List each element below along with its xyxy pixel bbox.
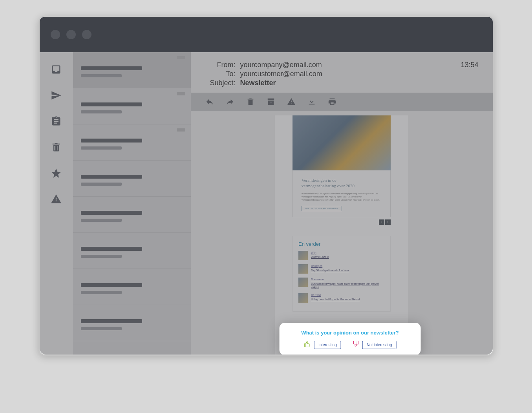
reading-pane: From: yourcompany@email.com To: yourcust… xyxy=(191,52,493,355)
from-label: From: xyxy=(205,61,236,69)
carousel-prev-icon[interactable]: ‹ xyxy=(379,219,384,225)
sidebar-link[interactable]: Duurzaam bewegen- waar actief meemagen d… xyxy=(311,282,385,290)
not-interesting-button[interactable]: Not interesting xyxy=(362,341,396,349)
hero-paragraph: In december kijkt in 3 jaaroverzichten b… xyxy=(302,192,382,202)
list-item[interactable] xyxy=(73,269,191,305)
window-titlebar[interactable] xyxy=(40,17,493,52)
sidebar-category: Bewegen xyxy=(311,264,349,268)
trash-icon[interactable] xyxy=(50,141,62,154)
from-value: yourcompany@email.com xyxy=(240,61,322,69)
list-item[interactable] xyxy=(73,305,191,341)
thumb-image xyxy=(298,293,308,303)
message-header: From: yourcompany@email.com To: yourcust… xyxy=(191,52,493,93)
feedback-question: What is your opinion on our newsletter? xyxy=(288,330,412,336)
item-tag xyxy=(177,92,185,95)
report-spam-icon[interactable] xyxy=(287,97,296,106)
app-window: From: yourcompany@email.com To: yourcust… xyxy=(38,16,494,356)
sidebar-link[interactable]: Warme Lazere xyxy=(311,255,329,259)
feedback-popup: What is your opinion on our newsletter? … xyxy=(280,323,421,355)
hero-cta-button[interactable]: BEKIJK DE VERANDERINGEN xyxy=(302,206,342,211)
to-value: yourcustomer@email.com xyxy=(240,70,322,78)
list-item[interactable] xyxy=(73,52,191,88)
delete-icon[interactable] xyxy=(246,97,255,106)
starred-icon[interactable] xyxy=(50,167,62,179)
download-icon[interactable] xyxy=(307,97,316,106)
sidebar-link[interactable]: Uitleg over het Expedie Garantie Stelsel xyxy=(311,298,360,302)
sidebar-item[interactable]: Bewegen Top 5 best gedierende fondsen xyxy=(298,264,385,274)
sidebar-category: Duurzaam xyxy=(311,278,385,281)
list-item[interactable] xyxy=(73,88,191,124)
feedback-positive-option: Interesting xyxy=(304,340,341,349)
subject-value: Newsletter xyxy=(240,79,276,87)
window-zoom-dot[interactable] xyxy=(82,30,91,39)
reply-icon[interactable] xyxy=(205,97,214,106)
sidebar-category: De Tijop xyxy=(311,293,360,297)
forward-icon[interactable] xyxy=(225,97,235,106)
sidebar-category: Wijn xyxy=(311,251,329,255)
spam-icon[interactable] xyxy=(50,193,62,205)
thumb-image xyxy=(298,264,308,274)
sent-icon[interactable] xyxy=(50,89,62,102)
item-tag xyxy=(177,128,185,132)
window-minimize-dot[interactable] xyxy=(66,30,76,39)
hero-text-block: Veranderingen in de vermogensbelasting o… xyxy=(293,170,391,217)
feedback-negative-option: Not interesting xyxy=(352,340,396,349)
sidebar-title: En verder xyxy=(298,241,385,247)
sidebar-item[interactable]: Wijn Warme Lazere xyxy=(298,251,385,260)
list-item[interactable] xyxy=(73,197,191,233)
list-item[interactable] xyxy=(73,233,191,269)
message-toolbar xyxy=(191,93,493,111)
subject-label: Subject: xyxy=(205,79,236,87)
window-close-dot[interactable] xyxy=(51,30,60,39)
hero-title: Veranderingen in de vermogensbelasting o… xyxy=(302,177,382,189)
sidebar-item[interactable]: De Tijop Uitleg over het Expedie Garanti… xyxy=(298,293,385,303)
thumbs-up-icon xyxy=(304,340,311,349)
list-item[interactable] xyxy=(73,124,191,161)
item-tag xyxy=(177,56,185,59)
interesting-button[interactable]: Interesting xyxy=(314,341,341,349)
hero-carousel-nav: ‹ › xyxy=(293,219,391,225)
inbox-icon[interactable] xyxy=(50,63,62,76)
list-item[interactable] xyxy=(73,341,191,355)
to-label: To: xyxy=(205,70,236,78)
thumb-image xyxy=(298,278,308,287)
thumb-image xyxy=(298,251,308,260)
sidebar-item[interactable]: Duurzaam Duurzaam bewegen- waar actief m… xyxy=(298,278,385,289)
list-item[interactable] xyxy=(73,161,191,197)
print-icon[interactable] xyxy=(327,97,337,106)
app-body: From: yourcompany@email.com To: yourcust… xyxy=(40,52,493,355)
carousel-next-icon[interactable]: › xyxy=(385,219,391,225)
newsletter-body: Veranderingen in de vermogensbelasting o… xyxy=(275,115,408,355)
archive-icon[interactable] xyxy=(266,97,276,106)
newsletter-sidebar: En verder Wijn Warme Lazere Bewegen xyxy=(293,236,391,312)
drafts-icon[interactable] xyxy=(50,115,62,128)
message-time: 13:54 xyxy=(461,61,478,87)
sidebar-link[interactable]: Top 5 best gedierende fondsen xyxy=(311,269,349,272)
hero-image xyxy=(293,115,391,170)
message-content[interactable]: Veranderingen in de vermogensbelasting o… xyxy=(191,111,493,355)
nav-rail xyxy=(40,52,73,355)
thumbs-down-icon xyxy=(352,340,359,349)
message-list[interactable] xyxy=(73,52,191,355)
